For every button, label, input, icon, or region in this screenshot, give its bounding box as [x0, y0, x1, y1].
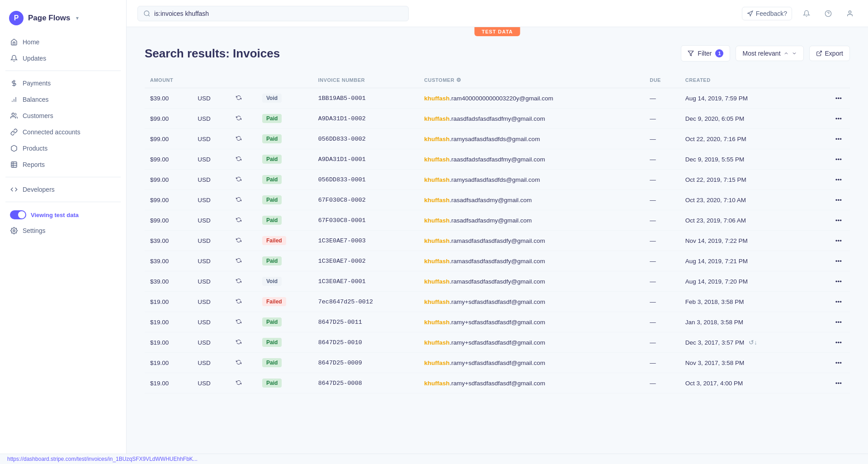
table-row[interactable]: $99.00 USD Paid 056DD833-0002 khuffash.r…	[145, 129, 850, 149]
cell-created: Jan 3, 2018, 3:58 PM	[680, 312, 813, 332]
cell-sync	[231, 312, 257, 332]
cell-status: Failed	[257, 231, 313, 251]
export-button[interactable]: Export	[809, 46, 850, 61]
more-actions-button[interactable]: •••	[833, 359, 844, 367]
cell-customer: khuffash.ramysadfasdfasdfds@gmail.com	[419, 129, 644, 149]
cell-customer: khuffash.rasadfsadfasdmy@gmail.com	[419, 210, 644, 231]
more-actions-button[interactable]: •••	[833, 94, 844, 103]
cell-invoice-number: 67F030C8-0002	[313, 190, 419, 210]
help-button[interactable]	[821, 6, 835, 21]
more-actions-button[interactable]: •••	[833, 196, 844, 204]
sync-icon	[236, 95, 241, 100]
sidebar-item-products[interactable]: Products	[5, 141, 121, 156]
cell-actions: •••	[813, 271, 850, 292]
cell-due: —	[644, 190, 680, 210]
more-actions-button[interactable]: •••	[833, 175, 844, 184]
cell-sync	[231, 251, 257, 271]
table-row[interactable]: $99.00 USD Paid 67F030C8-0001 khuffash.r…	[145, 210, 850, 231]
more-actions-button[interactable]: •••	[833, 379, 844, 388]
cell-status: Paid	[257, 149, 313, 170]
cell-invoice-number: A9DA31D1-0001	[313, 149, 419, 170]
page-header: Search results: Invoices Filter 1 Most r…	[145, 45, 850, 62]
more-actions-button[interactable]: •••	[833, 257, 844, 265]
chevron-down2-icon	[792, 51, 797, 56]
notifications-button[interactable]	[799, 6, 814, 21]
cell-invoice-number: 1C3E0AE7-0003	[313, 231, 419, 251]
page-inner: Search results: Invoices Filter 1 Most r…	[127, 27, 868, 412]
user-button[interactable]	[843, 6, 857, 21]
cell-actions: •••	[813, 149, 850, 170]
cell-currency: USD	[192, 170, 231, 190]
svg-rect-5	[11, 162, 17, 167]
table-row[interactable]: $19.00 USD Paid 8647D25-0010 khuffash.ra…	[145, 332, 850, 353]
logo[interactable]: P Page Flows ▾	[0, 7, 126, 34]
svg-line-11	[148, 15, 150, 16]
cell-sync	[231, 210, 257, 231]
more-actions-button[interactable]: •••	[833, 216, 844, 225]
sidebar-item-payments[interactable]: Payments	[5, 76, 121, 91]
more-actions-button[interactable]: •••	[833, 135, 844, 143]
column-settings-icon[interactable]: ⚙	[456, 77, 462, 83]
megaphone-icon	[747, 10, 753, 17]
reports-icon	[10, 161, 18, 169]
test-data-banner: TEST DATA	[474, 27, 520, 36]
app-name: Page Flows	[28, 14, 71, 23]
table-row[interactable]: $39.00 USD Void 1C3E0AE7-0001 khuffash.r…	[145, 271, 850, 292]
cell-customer: khuffash.ramasdfasdfasdfasdfy@gmail.com	[419, 231, 644, 251]
table-row[interactable]: $99.00 USD Paid 056DD833-0001 khuffash.r…	[145, 170, 850, 190]
table-row[interactable]: $19.00 USD Paid 8647D25-0008 khuffash.ra…	[145, 373, 850, 393]
more-actions-button[interactable]: •••	[833, 155, 844, 164]
sidebar-item-updates[interactable]: Updates	[5, 51, 121, 66]
results-table: AMOUNT INVOICE NUMBER CUSTOMER ⚙	[145, 72, 850, 393]
cell-amount: $39.00	[145, 271, 192, 292]
viewing-test-data-toggle[interactable]: Viewing test data	[0, 207, 126, 223]
sidebar-item-developers[interactable]: Developers	[5, 182, 121, 197]
table-row[interactable]: $19.00 USD Paid 8647D25-0009 khuffash.ra…	[145, 353, 850, 373]
more-actions-button[interactable]: •••	[833, 114, 844, 123]
svg-point-4	[12, 113, 14, 115]
table-row[interactable]: $19.00 USD Failed 7ec8647d25-0012 khuffa…	[145, 292, 850, 312]
table-row[interactable]: $39.00 USD Failed 1C3E0AE7-0003 khuffash…	[145, 231, 850, 251]
sidebar-item-connected-accounts[interactable]: Connected accounts	[5, 124, 121, 140]
table-row[interactable]: $99.00 USD Paid A9DA31D1-0001 khuffash.r…	[145, 149, 850, 170]
toggle-switch[interactable]	[10, 210, 26, 219]
search-bar[interactable]	[137, 6, 409, 21]
cell-due: —	[644, 149, 680, 170]
topbar-actions: Feedback?	[742, 6, 857, 21]
more-actions-button[interactable]: •••	[833, 298, 844, 306]
download-arrow-icon[interactable]: ↓	[754, 339, 757, 346]
cell-customer: khuffash.raasdfadsfasdfasdfmy@gmail.com	[419, 109, 644, 129]
cell-customer: khuffash.ramy+sdfasdfasdfasdf@gmail.com	[419, 373, 644, 393]
col-customer: CUSTOMER ⚙	[419, 72, 644, 88]
bell-icon	[10, 54, 18, 62]
cell-amount: $99.00	[145, 149, 192, 170]
download-icon[interactable]: ↺	[749, 339, 754, 346]
more-actions-button[interactable]: •••	[833, 318, 844, 327]
cell-actions: •••	[813, 109, 850, 129]
sidebar-item-reports[interactable]: Reports	[5, 157, 121, 172]
more-actions-button[interactable]: •••	[833, 237, 844, 245]
cell-due: —	[644, 231, 680, 251]
cell-created: Dec 9, 2020, 6:05 PM	[680, 109, 813, 129]
table-row[interactable]: $99.00 USD Paid A9DA31D1-0002 khuffash.r…	[145, 109, 850, 129]
search-input[interactable]	[154, 10, 403, 17]
table-row[interactable]: $39.00 USD Paid 1C3E0AE7-0002 khuffash.r…	[145, 251, 850, 271]
table-row[interactable]: $39.00 USD Void 1BB19AB5-0001 khuffash.r…	[145, 88, 850, 109]
sort-select[interactable]: Most relevant	[736, 46, 803, 61]
cell-status: Paid	[257, 373, 313, 393]
more-actions-button[interactable]: •••	[833, 338, 844, 347]
chevron-down-icon: ▾	[76, 15, 79, 21]
sidebar-item-home[interactable]: Home	[5, 34, 121, 50]
cell-status: Paid	[257, 190, 313, 210]
filter-button[interactable]: Filter 1	[681, 45, 730, 62]
sidebar-item-customers[interactable]: Customers	[5, 108, 121, 123]
cell-actions: •••	[813, 88, 850, 109]
cell-sync	[231, 353, 257, 373]
feedback-button[interactable]: Feedback?	[742, 7, 792, 20]
more-actions-button[interactable]: •••	[833, 277, 844, 286]
sidebar-item-balances[interactable]: Balances	[5, 92, 121, 107]
table-row[interactable]: $19.00 USD Paid 8647D25-0011 khuffash.ra…	[145, 312, 850, 332]
table-row[interactable]: $99.00 USD Paid 67F030C8-0002 khuffash.r…	[145, 190, 850, 210]
sidebar-top-nav: Home Updates	[0, 34, 126, 66]
sidebar-item-settings[interactable]: Settings	[5, 223, 121, 238]
